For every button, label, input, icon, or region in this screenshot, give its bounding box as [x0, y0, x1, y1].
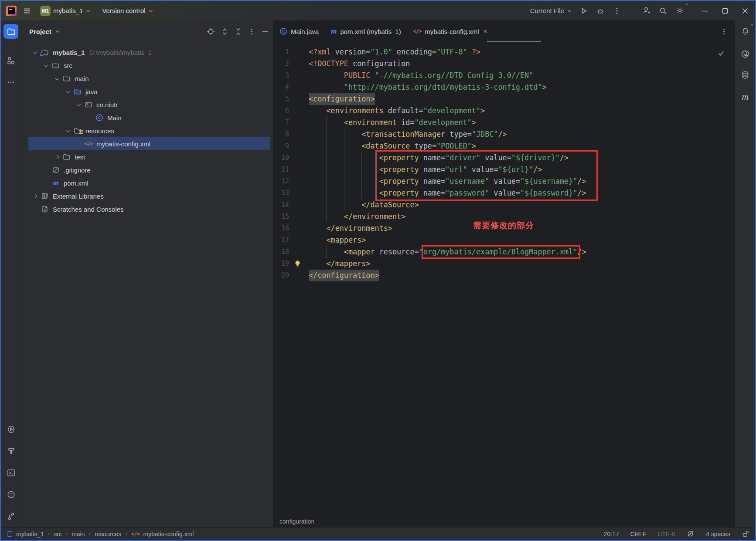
left-tool-stripe — [1, 20, 21, 527]
window-maximize-button[interactable] — [715, 1, 735, 20]
code-text: <?xml version="1.0" encoding="UTF-8" ?> — [309, 46, 480, 58]
code-line-20[interactable]: 20</configuration> — [273, 270, 735, 281]
line-separator[interactable]: CRLF — [630, 531, 647, 538]
tree-chevron-icon[interactable] — [63, 90, 72, 93]
code-line-8[interactable]: 8 <transactionManager type="JDBC"/> — [273, 128, 735, 140]
more-actions-icon[interactable] — [610, 3, 624, 18]
tree-item-main[interactable]: main — [28, 72, 270, 85]
breadcrumb-item[interactable]: resources — [95, 531, 121, 538]
line-number: 20 — [273, 270, 289, 281]
xml-icon: </> — [83, 141, 94, 147]
tree-chevron-icon[interactable] — [52, 156, 61, 159]
project-widget[interactable]: M1 mybatis_1 — [37, 4, 93, 18]
tree-chevron-icon[interactable] — [63, 129, 72, 132]
breadcrumb-separator: › — [48, 531, 50, 537]
tree-chevron-icon[interactable] — [41, 64, 51, 67]
structure-squares-icon[interactable] — [3, 53, 18, 68]
tree-item--gitignore[interactable]: .gitignore — [28, 163, 270, 176]
code-editor[interactable]: 1<?xml version="1.0" encoding="UTF-8" ?>… — [273, 42, 735, 515]
code-line-1[interactable]: 1<?xml version="1.0" encoding="UTF-8" ?> — [273, 46, 735, 58]
run-icon[interactable] — [576, 3, 591, 18]
ai-assistant-icon[interactable] — [738, 46, 753, 61]
intention-bulb-icon[interactable] — [289, 258, 309, 270]
caret-position[interactable]: 20:17 — [604, 531, 619, 538]
build-tool-window-icon[interactable] — [3, 443, 18, 458]
xml-breadcrumb[interactable]: configuration — [273, 515, 735, 527]
database-tool-window-icon[interactable] — [738, 68, 753, 82]
editor-tab-pom-xml-mybatis-1-[interactable]: mpom.xml (mybatis_1) — [325, 20, 407, 42]
more-tool-windows-icon[interactable] — [3, 75, 18, 90]
code-text: "http://mybatis.org/dtd/mybatis-3-config… — [309, 81, 547, 93]
tree-item-test[interactable]: test — [28, 150, 270, 163]
search-everywhere-icon[interactable] — [656, 3, 671, 18]
tree-item-main[interactable]: CMain — [28, 111, 270, 124]
project-panel-title[interactable]: Project — [29, 28, 51, 35]
xml-breadcrumb-item[interactable]: configuration — [279, 518, 314, 525]
services-tool-window-icon[interactable] — [3, 422, 18, 436]
code-line-14[interactable]: 14 </dataSource> — [273, 199, 735, 211]
tree-item-pom-xml[interactable]: mpom.xml — [28, 176, 270, 189]
tree-chevron-icon[interactable] — [74, 103, 83, 106]
code-line-6[interactable]: 6 <environments default="development"> — [273, 105, 735, 117]
maven-tool-window-icon[interactable]: m — [738, 89, 753, 104]
window-minimize-button[interactable] — [695, 1, 715, 20]
tree-chevron-icon[interactable] — [30, 51, 40, 54]
code-line-5[interactable]: 5<configuration> — [273, 93, 735, 105]
notifications-bell-icon[interactable] — [738, 24, 753, 39]
chevron-down-icon[interactable] — [55, 29, 60, 34]
code-with-me-icon[interactable] — [639, 3, 654, 18]
breadcrumb-item[interactable]: src — [54, 531, 62, 538]
run-configuration-selector[interactable]: Current File — [530, 7, 572, 14]
main-menu-hamburger-icon[interactable] — [23, 7, 31, 15]
highlighting-level-icon[interactable] — [686, 530, 695, 538]
breadcrumb-item[interactable]: main — [72, 531, 85, 538]
problems-tool-window-icon[interactable] — [3, 487, 18, 502]
tree-item-resources[interactable]: resources — [28, 124, 270, 137]
tree-item-external-libraries[interactable]: External Libraries — [28, 189, 270, 203]
hide-panel-icon[interactable] — [262, 28, 269, 35]
project-tool-window-button[interactable] — [3, 24, 18, 39]
tab-close-icon[interactable]: × — [484, 27, 487, 35]
inspection-ok-check-icon[interactable] — [717, 49, 725, 57]
unlock-icon[interactable] — [742, 530, 749, 538]
editor-tab-main-java[interactable]: CMain.java — [273, 20, 325, 42]
debug-icon[interactable] — [593, 3, 608, 18]
breadcrumb-item[interactable]: mybatis-config.xml — [143, 531, 194, 538]
vcs-label: Version control — [102, 7, 145, 14]
line-number: 12 — [273, 176, 289, 187]
vcs-widget[interactable]: Version control — [99, 5, 156, 16]
expand-all-icon[interactable] — [221, 28, 228, 35]
tree-item-cn-niutr[interactable]: cn.niutr — [28, 98, 270, 111]
locate-file-icon[interactable] — [207, 27, 215, 36]
breadcrumb-item[interactable]: mybatis_1 — [16, 531, 44, 538]
tree-chevron-icon[interactable] — [30, 195, 40, 198]
line-number: 17 — [273, 234, 289, 246]
tree-item-scratches-and-consoles[interactable]: Scratches and Consoles — [28, 203, 270, 216]
code-line-2[interactable]: 2<!DOCTYPE configuration — [273, 58, 735, 70]
file-encoding[interactable]: UTF-8 — [657, 531, 675, 538]
git-tool-window-icon[interactable] — [3, 509, 18, 524]
settings-gear-icon[interactable] — [672, 3, 687, 18]
editor-tab-mybatis-config-xml[interactable]: </>mybatis-config.xml× — [407, 20, 494, 42]
tree-item-java[interactable]: java — [28, 85, 270, 98]
line-number: 4 — [273, 81, 289, 93]
code-line-3[interactable]: 3 PUBLIC "-//mybatis.org//DTD Config 3.0… — [273, 70, 735, 81]
tab-list-more-icon[interactable] — [720, 28, 728, 35]
tree-item-mybatis-config-xml[interactable]: </>mybatis-config.xml — [28, 137, 270, 150]
tree-chevron-icon[interactable] — [52, 77, 61, 80]
indent-setting[interactable]: 4 spaces — [706, 531, 730, 538]
terminal-tool-window-icon[interactable] — [3, 465, 18, 480]
gutter — [289, 70, 309, 81]
tree-item-mybatis-1[interactable]: mybatis_1D:\mybatis\mybatis_1 — [28, 46, 270, 59]
code-line-19[interactable]: 19 </mappers> — [273, 258, 735, 270]
code-line-7[interactable]: 7 <environment id="development"> — [273, 117, 735, 128]
panel-options-icon[interactable] — [248, 28, 255, 35]
collapse-all-icon[interactable] — [235, 28, 242, 35]
code-line-17[interactable]: 17 <mappers> — [273, 234, 735, 246]
gutter — [289, 187, 309, 199]
tree-item-src[interactable]: src — [28, 59, 270, 72]
window-close-button[interactable] — [735, 1, 755, 20]
project-name: mybatis_1 — [53, 7, 83, 14]
line-number: 9 — [273, 140, 289, 152]
code-line-4[interactable]: 4 "http://mybatis.org/dtd/mybatis-3-conf… — [273, 81, 735, 93]
